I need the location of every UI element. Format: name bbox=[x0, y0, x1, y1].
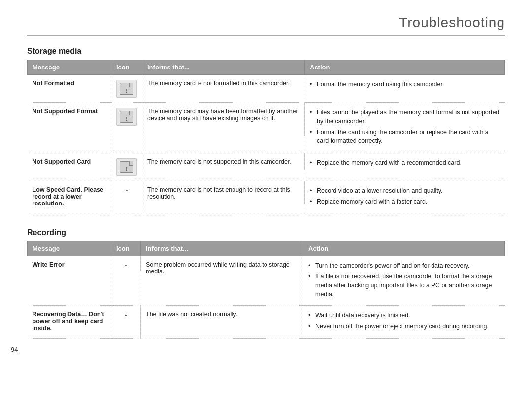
action-list: Wait until data recovery is finished.Nev… bbox=[308, 311, 500, 331]
action-item: Turn the camcorder's power off and on fo… bbox=[308, 261, 500, 270]
action-item: Format the memory card using this camcor… bbox=[310, 80, 500, 89]
action-cell: Record video at a lower resolution and q… bbox=[305, 181, 505, 213]
page-title: Troubleshooting bbox=[27, 15, 505, 36]
page-number: 94 bbox=[11, 346, 18, 353]
sd-card-icon bbox=[116, 108, 137, 126]
action-cell: Files cannot be played as the memory car… bbox=[305, 103, 505, 153]
sd-card-icon bbox=[116, 158, 137, 176]
sd-card-icon bbox=[116, 80, 137, 98]
storage-table: Message Icon Informs that... Action Not … bbox=[27, 60, 505, 213]
informs-cell: Some problem occurred while writing data… bbox=[141, 256, 303, 306]
message-cell: Not Formatted bbox=[28, 75, 111, 103]
icon-cell bbox=[111, 103, 142, 153]
message-cell: Recovering Data… Don't power off and kee… bbox=[28, 306, 111, 338]
dash-icon: - bbox=[125, 311, 127, 319]
recording-header-icon: Icon bbox=[111, 241, 141, 256]
recording-section-title: Recording bbox=[27, 228, 505, 237]
message-cell: Write Error bbox=[28, 256, 111, 306]
page-container: Troubleshooting Storage media Message Ic… bbox=[0, 0, 532, 368]
recording-table-header-row: Message Icon Informs that... Action bbox=[28, 241, 505, 256]
action-item: Never turn off the power or eject memory… bbox=[308, 322, 500, 331]
storage-header-action: Action bbox=[305, 60, 505, 75]
message-cell: Not Supported Format bbox=[28, 103, 111, 153]
action-list: Format the memory card using this camcor… bbox=[310, 80, 500, 89]
informs-cell: The memory card is not supported in this… bbox=[142, 153, 305, 181]
dash-icon: - bbox=[125, 261, 127, 269]
action-item: Wait until data recovery is finished. bbox=[308, 311, 500, 320]
table-row: Not Supported Card The memory card is no… bbox=[28, 153, 505, 181]
icon-cell: - bbox=[111, 181, 142, 213]
informs-cell: The file was not created normally. bbox=[141, 306, 303, 338]
informs-cell: The memory card is not fast enough to re… bbox=[142, 181, 305, 213]
action-item: Record video at a lower resolution and q… bbox=[310, 186, 500, 195]
table-row: Low Speed Card. Please record at a lower… bbox=[28, 181, 505, 213]
icon-cell bbox=[111, 75, 142, 103]
action-cell: Turn the camcorder's power off and on fo… bbox=[303, 256, 505, 306]
recording-table: Message Icon Informs that... Action Writ… bbox=[27, 241, 505, 339]
dash-icon: - bbox=[126, 186, 128, 194]
action-list: Record video at a lower resolution and q… bbox=[310, 186, 500, 206]
storage-header-message: Message bbox=[28, 60, 111, 75]
icon-cell: - bbox=[111, 306, 141, 338]
recording-header-informs: Informs that... bbox=[141, 241, 303, 256]
storage-section-title: Storage media bbox=[27, 47, 505, 56]
informs-cell: The memory card is not formatted in this… bbox=[142, 75, 305, 103]
table-row: Not Supported Format The memory card may… bbox=[28, 103, 505, 153]
recording-header-action: Action bbox=[303, 241, 505, 256]
action-item: Format the card using the camcorder or r… bbox=[310, 128, 500, 145]
action-cell: Replace the memory card with a recommend… bbox=[305, 153, 505, 181]
storage-header-icon: Icon bbox=[111, 60, 142, 75]
action-list: Replace the memory card with a recommend… bbox=[310, 158, 500, 167]
storage-media-section: Storage media Message Icon Informs that.… bbox=[27, 47, 505, 213]
action-item: Replace the memory card with a recommend… bbox=[310, 158, 500, 167]
action-item: If a file is not recovered, use the camc… bbox=[308, 272, 500, 299]
action-cell: Wait until data recovery is finished.Nev… bbox=[303, 306, 505, 338]
table-row: Write Error - Some problem occurred whil… bbox=[28, 256, 505, 306]
icon-cell: - bbox=[111, 256, 141, 306]
storage-header-informs: Informs that... bbox=[142, 60, 305, 75]
informs-cell: The memory card may have been formatted … bbox=[142, 103, 305, 153]
recording-header-message: Message bbox=[28, 241, 111, 256]
action-cell: Format the memory card using this camcor… bbox=[305, 75, 505, 103]
action-list: Files cannot be played as the memory car… bbox=[310, 108, 500, 146]
recording-section: Recording Message Icon Informs that... A… bbox=[27, 228, 505, 339]
icon-cell bbox=[111, 153, 142, 181]
message-cell: Not Supported Card bbox=[28, 153, 111, 181]
action-item: Replace memory card with a faster card. bbox=[310, 197, 500, 206]
action-item: Files cannot be played as the memory car… bbox=[310, 108, 500, 126]
table-row: Not Formatted The memory card is not for… bbox=[28, 75, 505, 103]
message-cell: Low Speed Card. Please record at a lower… bbox=[28, 181, 111, 213]
storage-table-header-row: Message Icon Informs that... Action bbox=[28, 60, 505, 75]
table-row: Recovering Data… Don't power off and kee… bbox=[28, 306, 505, 338]
action-list: Turn the camcorder's power off and on fo… bbox=[308, 261, 500, 299]
